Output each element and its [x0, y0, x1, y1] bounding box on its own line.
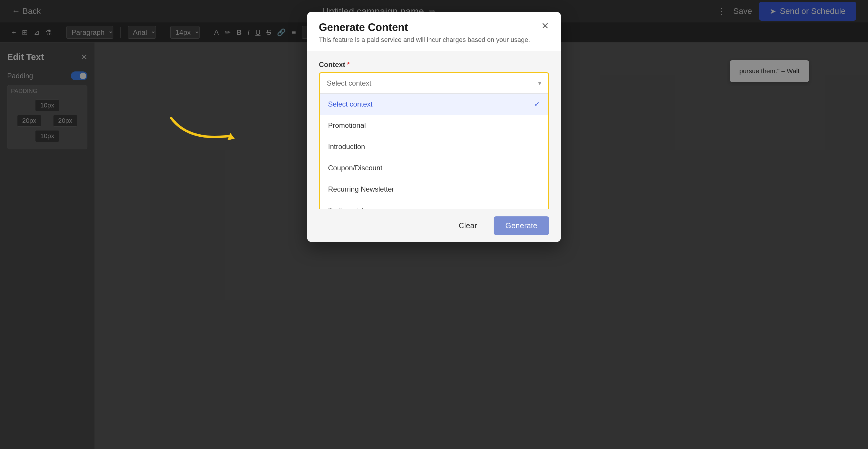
context-option-newsletter[interactable]: Recurring Newsletter — [320, 179, 548, 200]
required-indicator: * — [347, 61, 349, 69]
context-option-label-introduction: Introduction — [328, 142, 365, 151]
context-dropdown-list: Select context ✓ Promotional Introductio… — [320, 94, 548, 209]
context-option-testimonial[interactable]: Testimonial — [320, 200, 548, 209]
context-option-label-testimonial: Testimonial — [328, 206, 364, 209]
context-option-coupon[interactable]: Coupon/Discount — [320, 157, 548, 179]
modal-overlay: Generate Content This feature is a paid … — [0, 0, 868, 449]
modal-title-area: Generate Content This feature is a paid … — [319, 21, 530, 44]
context-option-select[interactable]: Select context ✓ — [320, 94, 548, 115]
context-option-label-select: Select context — [328, 100, 373, 108]
clear-button[interactable]: Clear — [448, 216, 488, 235]
context-selected-value: Select context — [327, 79, 371, 87]
modal-body: Context * Select context ▾ Select contex… — [307, 51, 561, 209]
modal-close-button[interactable]: ✕ — [541, 21, 549, 31]
modal-footer: Clear Generate — [307, 209, 561, 242]
modal-title: Generate Content — [319, 21, 530, 34]
context-dropdown-trigger[interactable]: Select context ▾ — [320, 73, 548, 94]
context-dropdown-container: Select context ▾ Select context ✓ Promot… — [319, 72, 549, 209]
modal-header: Generate Content This feature is a paid … — [307, 12, 561, 51]
context-option-introduction[interactable]: Introduction — [320, 136, 548, 157]
generate-content-modal: Generate Content This feature is a paid … — [307, 12, 561, 242]
modal-title-text: Generate Content This feature is a paid … — [319, 21, 530, 44]
context-option-label-newsletter: Recurring Newsletter — [328, 185, 394, 193]
chevron-down-icon: ▾ — [538, 80, 541, 87]
context-option-promotional[interactable]: Promotional — [320, 115, 548, 136]
context-option-label-promotional: Promotional — [328, 121, 366, 130]
generate-button[interactable]: Generate — [494, 216, 549, 235]
context-option-label-coupon: Coupon/Discount — [328, 164, 382, 172]
check-icon: ✓ — [534, 100, 540, 108]
context-label: Context * — [319, 61, 549, 69]
modal-subtitle: This feature is a paid service and will … — [319, 36, 530, 44]
